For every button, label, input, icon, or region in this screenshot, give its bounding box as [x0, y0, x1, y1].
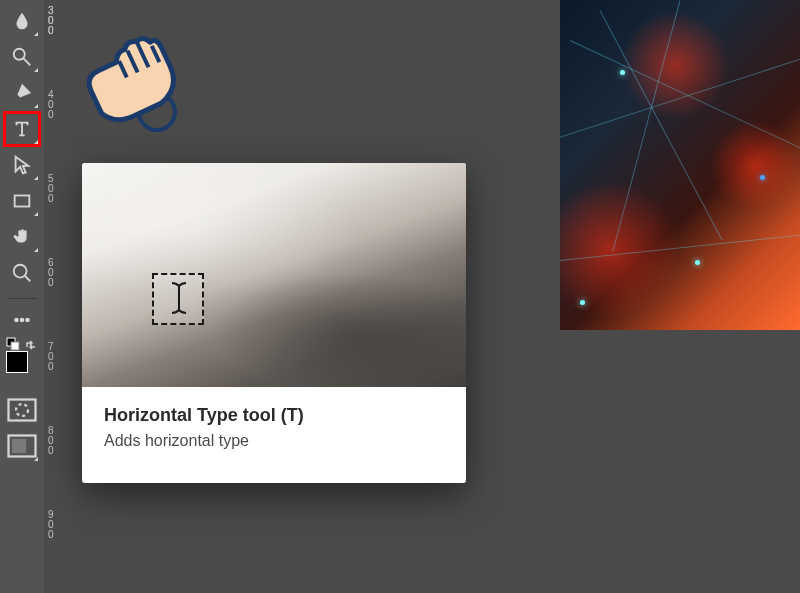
- svg-point-5: [15, 319, 18, 322]
- screen-mode-tool[interactable]: [4, 429, 40, 463]
- pen-tool[interactable]: [4, 76, 40, 110]
- svg-point-0: [14, 49, 25, 60]
- tool-tooltip: Horizontal Type tool (T) Adds horizontal…: [82, 163, 466, 483]
- pen-nib-icon: [11, 82, 33, 104]
- lollipop-icon: [11, 46, 33, 68]
- tools-panel: [0, 0, 44, 593]
- svg-point-11: [16, 404, 28, 416]
- dodge-tool[interactable]: [4, 40, 40, 74]
- document-preview[interactable]: [560, 0, 800, 330]
- annotation-pointer-hand: [72, 30, 182, 140]
- svg-rect-13: [13, 440, 25, 452]
- path-selection-tool[interactable]: [4, 148, 40, 182]
- type-tool[interactable]: [4, 112, 40, 146]
- tooltip-preview-image: [82, 163, 466, 387]
- svg-line-1: [23, 58, 30, 65]
- color-swatches[interactable]: [4, 337, 40, 373]
- tooltip-title: Horizontal Type tool (T): [104, 405, 444, 426]
- rectangle-tool[interactable]: [4, 184, 40, 218]
- default-colors-icon[interactable]: [6, 337, 20, 351]
- svg-point-6: [21, 319, 24, 322]
- vertical-ruler: 300 300 400 500 600 700 800 900: [44, 0, 72, 593]
- swap-colors-icon[interactable]: [24, 337, 38, 351]
- droplet-icon: [11, 10, 33, 32]
- screen-mode-icon: [4, 428, 40, 464]
- quick-mask-icon: [4, 392, 40, 428]
- dots-icon: [11, 309, 33, 331]
- rectangle-icon: [11, 190, 33, 212]
- toolbar-divider: [7, 298, 37, 299]
- blur-tool[interactable]: [4, 4, 40, 38]
- tooltip-description: Adds horizontal type: [104, 432, 444, 450]
- svg-rect-9: [11, 342, 19, 350]
- svg-rect-2: [15, 196, 30, 207]
- arrow-cursor-icon: [11, 154, 33, 176]
- svg-line-4: [25, 276, 31, 282]
- svg-rect-10: [9, 400, 36, 421]
- hand-tool[interactable]: [4, 220, 40, 254]
- edit-toolbar-button[interactable]: [4, 307, 40, 333]
- foreground-color-swatch[interactable]: [6, 351, 28, 373]
- type-cursor-icon: [168, 281, 190, 315]
- zoom-tool[interactable]: [4, 256, 40, 290]
- svg-point-7: [26, 319, 29, 322]
- svg-point-3: [14, 265, 27, 278]
- magnifier-icon: [11, 262, 33, 284]
- quick-mask-tool[interactable]: [4, 393, 40, 427]
- t-icon: [11, 118, 33, 140]
- hand-icon: [11, 226, 33, 248]
